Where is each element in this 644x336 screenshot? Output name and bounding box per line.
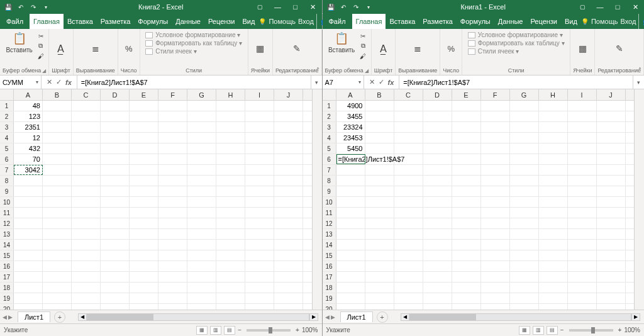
cell-B13[interactable]	[43, 229, 72, 239]
cell-J1[interactable]	[597, 101, 626, 111]
enter-formula-icon[interactable]: ✓	[379, 78, 384, 86]
cell-I11[interactable]	[245, 208, 274, 218]
zoom-in-icon[interactable]: +	[618, 327, 622, 333]
cell-G2[interactable]	[510, 111, 539, 121]
cell-J18[interactable]	[274, 283, 303, 293]
view-page-layout-icon[interactable]: ▥	[533, 326, 544, 335]
cell-H5[interactable]	[216, 143, 245, 154]
col-header-B[interactable]: B	[43, 89, 72, 100]
cell-G6[interactable]	[187, 154, 216, 164]
cell-J1[interactable]	[274, 101, 303, 111]
zoom-level[interactable]: 100%	[624, 327, 640, 333]
col-header-H[interactable]: H	[216, 89, 245, 100]
row-header[interactable]: 10	[323, 197, 336, 207]
row-header[interactable]: 3	[0, 122, 14, 132]
cell-B8[interactable]	[43, 176, 72, 186]
cell-A20[interactable]	[14, 304, 43, 310]
cell-G15[interactable]	[187, 250, 216, 260]
cell-I18[interactable]	[245, 283, 274, 293]
cell-C20[interactable]	[72, 304, 101, 310]
cell-B9[interactable]	[43, 186, 72, 196]
cell-I1[interactable]	[568, 101, 597, 111]
row-header[interactable]: 20	[0, 304, 14, 310]
editing-icon[interactable]: ✎	[293, 43, 301, 53]
cell-D8[interactable]	[101, 176, 130, 186]
cell-E17[interactable]	[452, 272, 481, 282]
view-normal-icon[interactable]: ▦	[519, 326, 530, 335]
row-header[interactable]: 1	[323, 101, 336, 111]
cell-E12[interactable]	[130, 218, 158, 228]
cell-I8[interactable]	[568, 176, 597, 186]
cell-H13[interactable]	[216, 229, 245, 239]
cell-E10[interactable]	[130, 197, 158, 207]
col-header-A[interactable]: A	[14, 89, 43, 100]
cell-I19[interactable]	[568, 293, 597, 303]
cell-J11[interactable]	[274, 208, 303, 218]
cell-J10[interactable]	[597, 197, 626, 207]
cell-C8[interactable]	[72, 176, 101, 186]
cell-C1[interactable]	[394, 101, 423, 111]
cell-G4[interactable]	[510, 133, 539, 143]
cell-D6[interactable]	[423, 154, 452, 164]
zoom-in-icon[interactable]: +	[296, 327, 299, 333]
chevron-left-icon[interactable]: ◀	[325, 314, 330, 320]
cell-H16[interactable]	[539, 261, 568, 271]
cell-E7[interactable]	[130, 165, 158, 175]
row-header[interactable]: 11	[0, 208, 14, 218]
cell-D8[interactable]	[423, 176, 452, 186]
cell-A14[interactable]	[14, 240, 43, 250]
cell-E19[interactable]	[130, 293, 158, 303]
cell-A15[interactable]	[14, 250, 43, 260]
cell-A19[interactable]	[14, 293, 43, 303]
cell-B3[interactable]	[43, 122, 72, 132]
cell-C11[interactable]	[72, 208, 101, 218]
dialog-launcher-icon[interactable]: ◢	[365, 68, 369, 74]
cell-J17[interactable]	[274, 272, 303, 282]
cell-J20[interactable]	[597, 304, 626, 310]
cell-B15[interactable]	[365, 250, 394, 260]
cancel-formula-icon[interactable]: ✕	[369, 78, 375, 86]
cell-J7[interactable]	[597, 165, 626, 175]
col-header-H[interactable]: H	[539, 89, 568, 100]
col-header-F[interactable]: F	[158, 89, 187, 100]
row-header[interactable]: 8	[0, 176, 14, 186]
cell-D5[interactable]	[101, 143, 130, 154]
cell-E16[interactable]	[452, 261, 481, 271]
cell-C1[interactable]	[72, 101, 101, 111]
cell-C3[interactable]	[394, 122, 423, 132]
row-header[interactable]: 5	[323, 143, 336, 154]
col-header-G[interactable]: G	[510, 89, 539, 100]
cell-A14[interactable]	[336, 240, 365, 250]
cell-C14[interactable]	[394, 240, 423, 250]
cell-D4[interactable]	[423, 133, 452, 143]
cell-G11[interactable]	[510, 208, 539, 218]
formula-input[interactable]: =[Книга2]Лист1!$A$7	[77, 76, 311, 89]
save-icon[interactable]: 💾	[326, 3, 335, 11]
cell-E8[interactable]	[130, 176, 158, 186]
minimize-icon[interactable]: —	[269, 0, 287, 14]
vertical-scrollbar[interactable]	[312, 89, 322, 310]
col-header-J[interactable]: J	[597, 89, 626, 100]
cell-B17[interactable]	[43, 272, 72, 282]
cell-F19[interactable]	[481, 293, 510, 303]
cell-D13[interactable]	[423, 229, 452, 239]
tab-home[interactable]: Главная	[352, 14, 386, 29]
cell-A20[interactable]	[336, 304, 365, 310]
cell-J9[interactable]	[274, 186, 303, 196]
cell-F9[interactable]	[158, 186, 187, 196]
cell-H17[interactable]	[216, 272, 245, 282]
cell-F14[interactable]	[481, 240, 510, 250]
cell-G16[interactable]	[187, 261, 216, 271]
col-header-C[interactable]: C	[72, 89, 101, 100]
cell-B11[interactable]	[43, 208, 72, 218]
cell-G18[interactable]	[187, 283, 216, 293]
tab-review[interactable]: Рецензи	[204, 14, 239, 29]
cell-J9[interactable]	[597, 186, 626, 196]
row-header[interactable]: 2	[323, 111, 336, 121]
row-header[interactable]: 4	[0, 133, 14, 143]
cell-F13[interactable]	[158, 229, 187, 239]
cell-H17[interactable]	[539, 272, 568, 282]
cell-E6[interactable]	[130, 154, 158, 164]
cell-H6[interactable]	[539, 154, 568, 164]
cell-B13[interactable]	[365, 229, 394, 239]
